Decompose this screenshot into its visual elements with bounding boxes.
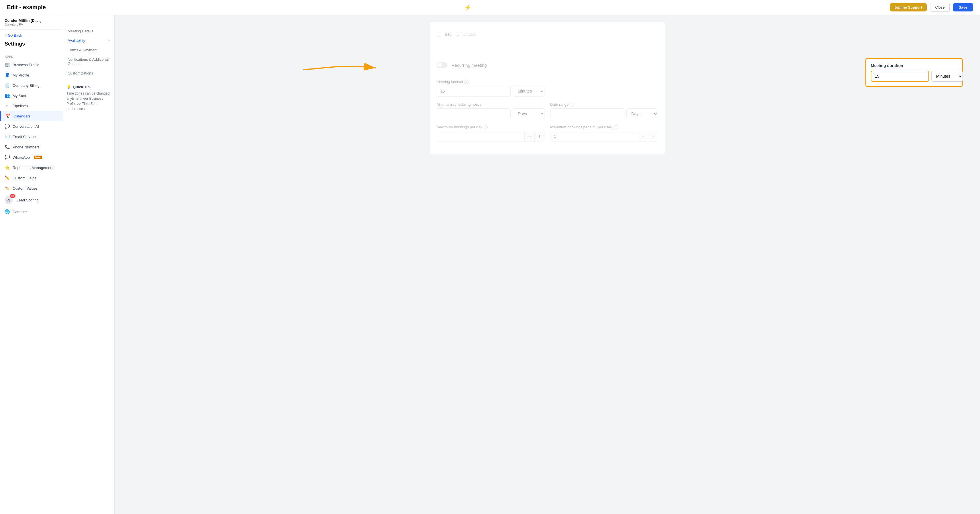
phone-icon: 📞	[5, 145, 10, 150]
sidebar-item-phone-numbers[interactable]: 📞 Phone Numbers	[0, 142, 63, 152]
sidebar-item-custom-fields[interactable]: ✏️ Custom Fields	[0, 173, 63, 183]
sat-row: Sat Unavailable	[437, 29, 658, 40]
subnav-forms-payment[interactable]: Forms & Payment	[63, 45, 115, 55]
max-bookings-slot-label: Maximum bookings per slot (per user) i	[550, 125, 658, 129]
billing-icon: 🗒️	[5, 83, 10, 88]
sidebar-item-whatsapp[interactable]: 💭 WhatsApp beta	[0, 152, 63, 162]
sidebar-item-label: Lead Scoring	[17, 198, 39, 202]
date-range-input[interactable]	[550, 108, 624, 119]
unavailable-label: Unavailable	[457, 32, 476, 37]
quick-tip-section: 💡 Quick Tip Time zones can be changed an…	[63, 81, 115, 115]
content-card: Sat Unavailable Recurring meeting	[430, 22, 665, 154]
meeting-duration-input-row: Minutes Hours	[871, 71, 957, 82]
sidebar-item-calendars[interactable]: 📅 Calendars	[0, 111, 63, 121]
sidebar-item-label: Email Services	[13, 135, 37, 139]
workspace-location: Scranton, PA	[5, 22, 38, 26]
sidebar-item-lead-scoring[interactable]: g 72 Lead Scoring	[0, 193, 63, 207]
sidebar-item-label: My Staff	[13, 94, 26, 98]
save-button[interactable]: Save	[953, 3, 973, 11]
g-logo: g 72	[5, 196, 13, 204]
go-back-link[interactable]: < Go Back	[0, 30, 63, 41]
meeting-interval-unit-select[interactable]: Minutes Hours	[513, 86, 544, 97]
min-scheduling-unit-select[interactable]: Days Hours	[513, 108, 544, 119]
settings-title: Settings	[0, 41, 63, 52]
calendar-icon: 📅	[5, 113, 11, 119]
subnav-notifications[interactable]: Notifications & Additional Options	[63, 55, 115, 68]
workspace-selector[interactable]: Dunder Mifflin [D... Scranton, PA ▾	[0, 15, 63, 30]
fields-section: Meeting interval i Minutes Hours	[437, 74, 658, 142]
quick-tip-header: 💡 Quick Tip	[67, 85, 111, 89]
topbar-actions: topline Support Close Save	[890, 3, 973, 12]
sidebar-item-reputation-management[interactable]: ⭐ Reputation Management	[0, 162, 63, 173]
topbar: Edit - example ⚡ topline Support Close S…	[0, 0, 980, 15]
min-scheduling-input[interactable]	[437, 108, 511, 119]
sidebar-item-label: Reputation Management	[13, 165, 53, 170]
max-bookings-day-minus-button[interactable]: −	[524, 131, 534, 142]
sidebar-item-company-billing[interactable]: 🗒️ Company Billing	[0, 80, 63, 91]
sidebar-item-my-staff[interactable]: 👥 My Staff	[0, 91, 63, 101]
subnav-availability[interactable]: Availability ›	[63, 36, 115, 45]
max-bookings-slot-plus-button[interactable]: +	[648, 131, 658, 142]
min-scheduling-label: Minimum scheduling notice	[437, 102, 544, 107]
subnav-spacer	[63, 19, 115, 26]
sidebar-item-custom-values[interactable]: 🏷️ Custom Values	[0, 183, 63, 193]
meeting-duration-input[interactable]	[871, 71, 929, 82]
max-bookings-day-stepper: − +	[437, 131, 544, 142]
sat-label: Sat	[445, 32, 453, 37]
spacer	[437, 43, 658, 54]
apps-section-label: Apps	[0, 52, 63, 60]
max-bookings-slot-input[interactable]	[550, 132, 638, 141]
page-title: Edit - example	[7, 4, 46, 11]
max-bookings-slot-minus-button[interactable]: −	[638, 131, 648, 142]
support-button[interactable]: topline Support	[890, 3, 927, 11]
sidebar-item-conversation-ai[interactable]: 💬 Conversation AI	[0, 121, 63, 132]
sidebar-item-domains[interactable]: 🌐 Domains	[0, 207, 63, 217]
sidebar-item-email-services[interactable]: ✉️ Email Services	[0, 132, 63, 142]
max-bookings-day-label: Maximum bookings per day i	[437, 125, 544, 129]
sidebar-item-label: My Profile	[13, 73, 29, 77]
settings-subnav: Meeting Details Availability › Forms & P…	[63, 15, 115, 514]
sidebar-item-label: Domains	[13, 210, 27, 214]
date-range-unit-select[interactable]: Days Hours	[627, 108, 658, 119]
meeting-interval-label: Meeting interval i	[437, 80, 544, 84]
subnav-meeting-details[interactable]: Meeting Details	[63, 26, 115, 36]
max-bookings-day-info-icon[interactable]: i	[484, 125, 488, 129]
quick-tip-body: Time zones can be changed anytime under …	[67, 91, 111, 111]
tag-icon: 🏷️	[5, 186, 10, 191]
sidebar-item-label: WhatsApp	[13, 155, 30, 159]
min-scheduling-group: Minimum scheduling notice Days Hours	[437, 102, 544, 119]
sat-checkbox[interactable]	[437, 32, 441, 37]
globe-icon: 🌐	[5, 209, 10, 214]
sidebar-item-business-profile[interactable]: 🏢 Business Profile	[0, 60, 63, 70]
date-range-label: Date range i	[550, 102, 658, 107]
star-icon: ⭐	[5, 165, 10, 170]
sidebar-item-label: Custom Values	[13, 186, 38, 191]
pipelines-icon: ≡	[5, 103, 10, 108]
recurring-meeting-row: Recurring meeting	[437, 56, 658, 74]
max-bookings-slot-stepper: − +	[550, 131, 658, 142]
sidebar-item-my-profile[interactable]: 👤 My Profile	[0, 70, 63, 80]
arrow-annotation	[286, 52, 395, 86]
sidebar-item-label: Business Profile	[13, 63, 39, 67]
sidebar-item-pipelines[interactable]: ≡ Pipelines	[0, 101, 63, 111]
max-bookings-day-input[interactable]	[437, 132, 524, 141]
whatsapp-icon: 💭	[5, 155, 10, 160]
lead-score-badge: 72	[10, 194, 16, 198]
meeting-duration-unit-select[interactable]: Minutes Hours	[931, 71, 963, 82]
meeting-interval-info-icon[interactable]: i	[465, 80, 469, 84]
max-bookings-day-plus-button[interactable]: +	[535, 131, 544, 142]
bookings-row: Maximum bookings per day i − +	[437, 125, 658, 142]
dim-overlay: Sat Unavailable Recurring meeting	[437, 29, 658, 142]
meeting-interval-input[interactable]	[437, 86, 511, 97]
max-bookings-slot-info-icon[interactable]: i	[614, 125, 618, 129]
date-range-group: Date range i Days Hours	[550, 102, 658, 119]
building-icon: 🏢	[5, 62, 10, 67]
close-button[interactable]: Close	[930, 3, 949, 12]
date-range-info-icon[interactable]: i	[570, 103, 574, 107]
subnav-customizations[interactable]: Customizations	[63, 68, 115, 78]
meeting-interval-input-row: Minutes Hours	[437, 86, 544, 97]
meeting-duration-highlight-panel: Meeting duration Minutes Hours	[865, 58, 963, 87]
lightbulb-icon: 💡	[67, 85, 71, 89]
recurring-toggle[interactable]	[437, 62, 448, 68]
meeting-interval-row: Meeting interval i Minutes Hours	[437, 80, 658, 97]
